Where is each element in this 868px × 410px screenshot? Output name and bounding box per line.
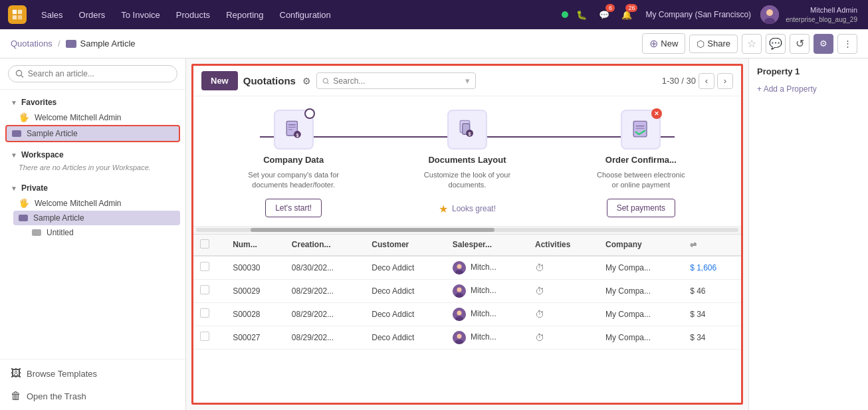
workspace-section: ▼ Workspace There are no Articles in you… bbox=[0, 148, 185, 175]
nav-orders[interactable]: Orders bbox=[72, 6, 112, 24]
sidebar-search-box[interactable] bbox=[8, 65, 177, 82]
wizard-step-1-btn[interactable]: Let's start! bbox=[265, 199, 322, 217]
new-button[interactable]: ⊕ New bbox=[642, 33, 685, 54]
activity-clock-icon: ⏱ bbox=[535, 309, 544, 320]
sidebar-item-untitled[interactable]: Untitled bbox=[0, 225, 185, 240]
add-property-button[interactable]: + Add a Property bbox=[757, 84, 860, 94]
browse-templates-button[interactable]: 🖼 Browse Templates bbox=[0, 362, 185, 385]
share-icon: ⬡ bbox=[697, 39, 705, 49]
avatar[interactable] bbox=[760, 5, 779, 24]
wizard-step-1-desc: Set your company's data for documents he… bbox=[247, 170, 340, 191]
share-label: Share bbox=[707, 39, 730, 49]
wizard-step-3-desc: Choose between electronic or online paym… bbox=[594, 170, 687, 191]
activity-clock-icon: ⏱ bbox=[535, 286, 544, 296]
wizard-step-2-btn[interactable]: ★ Looks great! bbox=[439, 199, 496, 219]
col-activities[interactable]: Activities bbox=[528, 235, 599, 256]
row-activities: ⏱ bbox=[528, 326, 599, 349]
col-settings[interactable]: ⇌ bbox=[683, 235, 741, 256]
row-company: My Compa... bbox=[599, 256, 683, 280]
chat-badge: 6 bbox=[605, 4, 615, 12]
svg-text:$: $ bbox=[469, 131, 471, 137]
nav-sales[interactable]: Sales bbox=[35, 6, 70, 24]
nav-reporting[interactable]: Reporting bbox=[219, 6, 270, 24]
col-salesperson[interactable]: Salesper... bbox=[446, 235, 528, 256]
table-row[interactable]: S00030 08/30/202... Deco Addict Mitch...… bbox=[193, 256, 741, 280]
row-customer: Deco Addict bbox=[365, 256, 445, 280]
table-row[interactable]: S00027 08/29/202... Deco Addict Mitch...… bbox=[193, 326, 741, 349]
wizard-step-3-btn[interactable]: Set payments bbox=[607, 199, 675, 217]
row-salesperson: Mitch... bbox=[446, 326, 528, 349]
star-button[interactable]: ☆ bbox=[742, 34, 762, 54]
property-title: Property 1 bbox=[757, 66, 860, 76]
row-salesperson: Mitch... bbox=[446, 279, 528, 302]
row-creation: 08/30/202... bbox=[285, 256, 365, 280]
user-name: Mitchell Admin bbox=[786, 5, 857, 15]
sidebar-search-area bbox=[0, 58, 185, 90]
star-icon: ☆ bbox=[747, 37, 756, 50]
breadcrumb-quotations[interactable]: Quotations bbox=[11, 39, 53, 49]
col-creation[interactable]: Creation... bbox=[285, 235, 365, 256]
row-amount: $ 1,606 bbox=[683, 256, 741, 280]
search-dropdown-icon[interactable]: ▾ bbox=[465, 76, 470, 86]
wizard-step-2-desc: Customize the look of your documents. bbox=[421, 170, 514, 191]
svg-rect-1 bbox=[18, 10, 22, 14]
sidebar-item-sample-article-favorites[interactable]: Sample Article bbox=[5, 125, 180, 142]
col-customer[interactable]: Customer bbox=[365, 235, 445, 256]
embedded-toolbar: New Quotations ⚙ ▾ 1-30 / 30 ‹ › bbox=[193, 66, 741, 96]
bell-icon-button[interactable]: 🔔 26 bbox=[617, 5, 636, 24]
sidebar-item-sample-article-private[interactable]: Sample Article bbox=[13, 211, 180, 225]
workspace-arrow: ▼ bbox=[11, 152, 17, 159]
row-checkbox[interactable] bbox=[200, 308, 209, 318]
chat-button[interactable]: 💬 bbox=[766, 34, 786, 54]
bug-icon-button[interactable]: 🐛 bbox=[572, 5, 591, 24]
row-checkbox[interactable] bbox=[200, 332, 209, 341]
embedded-gear-icon[interactable]: ⚙ bbox=[302, 76, 311, 86]
workspace-label: Workspace bbox=[21, 150, 64, 159]
table-row[interactable]: S00029 08/29/202... Deco Addict Mitch...… bbox=[193, 279, 741, 302]
search-input[interactable] bbox=[28, 69, 170, 78]
sidebar-item-welcome-favorites[interactable]: 🖐️ Welcome Mitchell Admin bbox=[0, 110, 185, 125]
col-checkbox[interactable] bbox=[193, 235, 226, 256]
scrollbar-track bbox=[196, 228, 738, 232]
more-button[interactable]: ⋮ bbox=[837, 34, 857, 54]
row-checkbox[interactable] bbox=[200, 285, 209, 294]
nav-products[interactable]: Products bbox=[169, 6, 217, 24]
row-checkbox[interactable] bbox=[200, 262, 209, 271]
favorites-title: ▼ Favorites bbox=[0, 95, 185, 110]
status-dot bbox=[562, 11, 568, 18]
svg-point-29 bbox=[457, 287, 461, 292]
pagination-text: 1-30 / 30 bbox=[662, 76, 696, 86]
horizontal-scrollbar[interactable] bbox=[193, 227, 741, 235]
scrollbar-thumb[interactable] bbox=[251, 228, 494, 232]
nav-to-invoice[interactable]: To Invoice bbox=[114, 6, 167, 24]
col-company[interactable]: Company bbox=[599, 235, 683, 256]
select-all-checkbox[interactable] bbox=[200, 239, 209, 249]
share-button[interactable]: ⬡ Share bbox=[689, 35, 738, 53]
embedded-search-input[interactable] bbox=[333, 76, 461, 86]
wizard-step-company-data: $ Company Data Set your company's data f… bbox=[207, 110, 380, 217]
history-button[interactable]: ↺ bbox=[790, 34, 810, 54]
wizard-icon-documents: $ bbox=[447, 110, 487, 150]
chat-icon-button[interactable]: 💬 6 bbox=[595, 5, 613, 24]
embedded-search-box[interactable]: ▾ bbox=[316, 72, 476, 89]
breadcrumb-article: Sample Article bbox=[66, 39, 136, 49]
settings-button[interactable]: ⚙ bbox=[814, 34, 833, 54]
embedded-new-button[interactable]: New bbox=[201, 71, 238, 90]
pagination-next[interactable]: › bbox=[717, 73, 733, 89]
app-logo[interactable] bbox=[8, 5, 27, 24]
open-trash-button[interactable]: 🗑 Open the Trash bbox=[0, 385, 185, 407]
setup-wizard: $ Company Data Set your company's data f… bbox=[193, 96, 741, 227]
wizard-step-2-title: Documents Layout bbox=[428, 155, 506, 165]
sidebar-item-welcome-private[interactable]: 🖐️ Welcome Mitchell Admin bbox=[0, 195, 185, 211]
row-customer: Deco Addict bbox=[365, 326, 445, 349]
row-company: My Compa... bbox=[599, 302, 683, 326]
svg-rect-3 bbox=[18, 15, 22, 19]
pagination-prev[interactable]: ‹ bbox=[699, 73, 714, 89]
chat-nav-icon: 💬 bbox=[769, 37, 782, 50]
table-row[interactable]: S00028 08/29/202... Deco Addict Mitch...… bbox=[193, 302, 741, 326]
hand-emoji: 🖐️ bbox=[19, 112, 29, 122]
wizard-step-order-confirm: ✕ Order Confirma... Choose between elect… bbox=[554, 110, 728, 217]
nav-configuration[interactable]: Configuration bbox=[273, 6, 338, 24]
article-icon bbox=[66, 40, 76, 48]
col-number[interactable]: Num... bbox=[226, 235, 285, 256]
